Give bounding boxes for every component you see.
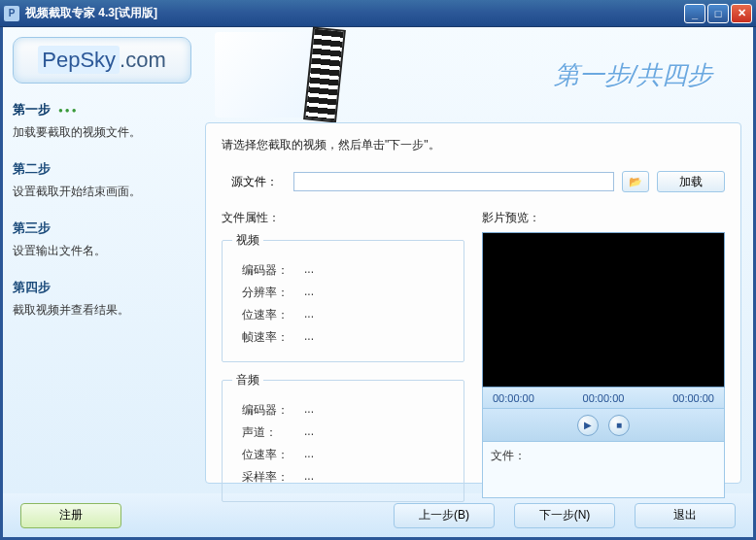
instruction-text: 请选择您截取的视频，然后单击"下一步"。 [222,137,725,153]
step-desc: 设置输出文件名。 [13,243,191,259]
load-button[interactable]: 加载 [657,171,725,192]
prop-row: 声道：... [242,424,454,441]
logo-brand: PepSky [38,46,120,74]
prop-row: 编码器：... [242,262,454,279]
close-button[interactable]: ✕ [731,4,752,23]
sidebar: PepSky.com 第一步 ●●● 加载要截取的视频文件。 第二步 设置截取开… [3,27,205,493]
sidebar-step-1: 第一步 ●●● 加载要截取的视频文件。 [13,101,191,141]
time-start: 00:00:00 [493,392,534,404]
window-title: 视频截取专家 4.3[试用版] [25,5,684,21]
play-icon: ▶ [584,420,592,430]
prop-row: 位速率：... [242,447,454,463]
filmstrip-icon [303,26,346,122]
folder-open-icon: 📂 [629,176,642,188]
minimize-button[interactable]: _ [684,4,705,23]
step-desc: 设置截取开始结束画面。 [13,184,191,200]
sidebar-step-2: 第二步 设置截取开始结束画面。 [13,160,191,200]
banner-title: 第一步/共四步 [554,58,712,92]
main-panel: 第一步/共四步 请选择您截取的视频，然后单击"下一步"。 源文件： 📂 加载 文… [205,27,753,493]
app-icon: P [4,6,19,21]
video-properties-group: 视频 编码器：... 分辨率：... 位速率：... 帧速率：... [222,232,464,362]
video-legend: 视频 [232,232,263,249]
file-label: 文件： [491,449,526,462]
content-card: 请选择您截取的视频，然后单击"下一步"。 源文件： 📂 加载 文件属性： 视频 … [205,122,741,484]
source-label: 源文件： [231,174,286,190]
step-title: 第四步 [13,279,51,296]
preview-label: 影片预览： [482,210,725,226]
sidebar-step-4: 第四步 截取视频并查看结果。 [13,279,191,319]
step-title: 第一步 [13,101,51,118]
window-controls: _ □ ✕ [684,4,752,23]
properties-column: 文件属性： 视频 编码器：... 分辨率：... 位速率：... 帧速率：...… [222,210,464,512]
audio-properties-group: 音频 编码器：... 声道：... 位速率：... 采样率：... [222,372,464,502]
sidebar-step-3: 第三步 设置输出文件名。 [13,219,191,259]
preview-column: 影片预览： 00:00:00 00:00:00 00:00:00 ▶ ■ 文件： [482,210,725,512]
active-indicator-icon: ●●● [58,106,79,115]
prop-row: 位速率：... [242,307,454,323]
file-info-box: 文件： [482,442,725,498]
prop-row: 分辨率：... [242,285,454,301]
player-controls: ▶ ■ [482,409,725,442]
stop-button[interactable]: ■ [608,415,630,436]
step-title: 第三步 [13,219,51,237]
play-button[interactable]: ▶ [577,415,599,436]
logo-domain: .com [120,48,166,72]
register-button[interactable]: 注册 [20,503,121,528]
properties-label: 文件属性： [222,210,464,226]
browse-button[interactable]: 📂 [622,171,649,192]
time-current: 00:00:00 [583,392,625,404]
prop-row: 编码器：... [242,402,454,419]
time-end: 00:00:00 [672,392,714,404]
logo: PepSky.com [13,37,191,84]
timeline[interactable]: 00:00:00 00:00:00 00:00:00 [482,388,725,409]
banner-image [215,32,331,118]
prop-row: 采样率：... [242,469,454,486]
title-bar: P 视频截取专家 4.3[试用版] _ □ ✕ [0,0,756,27]
source-file-input[interactable] [293,172,614,191]
maximize-button[interactable]: □ [707,4,729,23]
banner: 第一步/共四步 [205,27,741,122]
video-preview [482,232,725,388]
source-row: 源文件： 📂 加载 [231,171,725,192]
step-title: 第二步 [13,160,51,178]
audio-legend: 音频 [232,372,263,388]
prop-row: 帧速率：... [242,329,454,346]
stop-icon: ■ [616,420,622,430]
step-desc: 加载要截取的视频文件。 [13,124,191,141]
step-desc: 截取视频并查看结果。 [13,302,191,319]
